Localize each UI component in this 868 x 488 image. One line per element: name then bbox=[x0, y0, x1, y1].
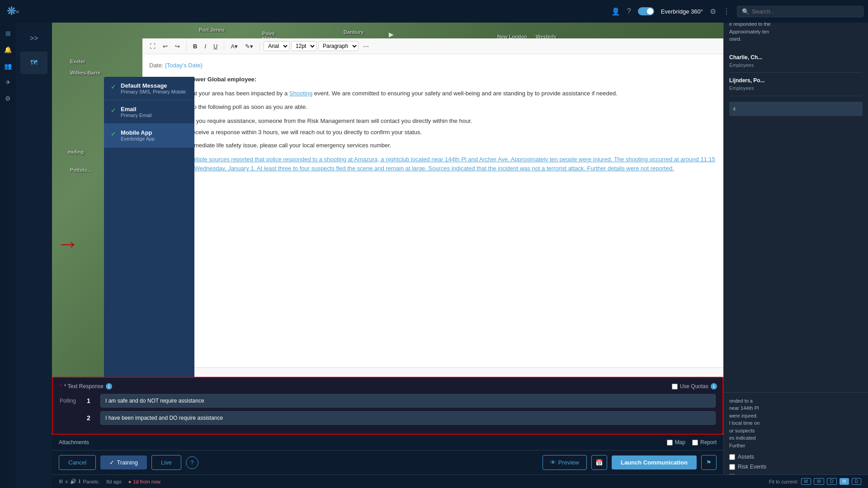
sidebar-item-contacts[interactable]: 👥 bbox=[2, 60, 14, 72]
panels-icons: ⊞ ≡ 🔊 ℹ Panels: bbox=[59, 479, 99, 484]
underline-button[interactable]: U bbox=[211, 42, 220, 51]
assets-checkbox[interactable] bbox=[729, 454, 735, 460]
toolbar-divider bbox=[224, 42, 224, 51]
live-button[interactable]: Live bbox=[151, 455, 181, 470]
polling-info-icon: i bbox=[106, 383, 112, 389]
attach-right: Map Report bbox=[667, 439, 717, 446]
fullscreen-button[interactable]: ⛶ bbox=[147, 42, 158, 51]
redo-button[interactable]: ↪ bbox=[172, 42, 183, 51]
polling-input-2[interactable] bbox=[100, 411, 716, 425]
panels-audio-icon[interactable]: 🔊 bbox=[70, 479, 76, 484]
bottom-bar: Cancel ✓ Training Live ? 👁 Preview 📅 Lau… bbox=[52, 450, 723, 474]
report-checkbox-row[interactable]: Report bbox=[692, 439, 717, 446]
font-color-button[interactable]: A▾ bbox=[228, 42, 241, 51]
use-quotas[interactable]: Use Quotas i bbox=[672, 383, 717, 389]
contact-role: Employees bbox=[729, 61, 863, 69]
sidebar-item-grid[interactable]: ⊞ bbox=[2, 27, 14, 40]
flag-button[interactable]: ⚑ bbox=[701, 455, 717, 470]
char-count: 1080 Characters bbox=[142, 367, 723, 377]
search-bar[interactable]: 🔍 bbox=[737, 6, 863, 17]
channel-check-icon: ✓ bbox=[111, 130, 116, 137]
everbridge-toggle[interactable] bbox=[638, 7, 654, 15]
calendar-button[interactable]: 📅 bbox=[591, 455, 607, 470]
sidebar-item-settings[interactable]: ⚙ bbox=[2, 92, 14, 105]
polling-label: Polling bbox=[60, 398, 82, 404]
panel-body-text: e responded to theApproximately tenosed. bbox=[729, 20, 863, 43]
right-panel: 3 of 17 ▼ Log 15h ago e responded to the… bbox=[723, 0, 868, 488]
channel-title: Mobile App bbox=[121, 129, 155, 136]
number-indicator: 4 bbox=[729, 102, 863, 117]
more-icon[interactable]: ⋮ bbox=[723, 7, 730, 16]
polling-input-1[interactable] bbox=[100, 394, 716, 408]
editor-prompt: Please respond to the following poll as … bbox=[149, 103, 717, 112]
assets-label: Assets bbox=[738, 454, 754, 460]
user-icon[interactable]: 👤 bbox=[611, 7, 620, 16]
attachments-label: Attachments bbox=[59, 439, 89, 446]
map-checkbox-row[interactable]: Map bbox=[667, 439, 685, 446]
training-button[interactable]: ✓ Training bbox=[100, 455, 146, 469]
channel-check-icon: ✓ bbox=[111, 83, 116, 90]
alert-indicator: ● 1d from now bbox=[128, 479, 160, 484]
editor-alert: Alert Details: Multiple sources reported… bbox=[149, 155, 717, 174]
nav-btn-map[interactable]: 🗺 bbox=[20, 52, 47, 74]
fit-week-button[interactable]: W bbox=[814, 478, 824, 485]
checkbox-assets[interactable]: Assets bbox=[729, 454, 863, 460]
contact-role: Employees bbox=[729, 84, 863, 92]
highlight-button[interactable]: ✎▾ bbox=[242, 42, 256, 51]
map-checkbox[interactable] bbox=[667, 440, 673, 446]
help-button[interactable]: ? bbox=[186, 456, 198, 469]
collapse-icon[interactable]: « bbox=[16, 8, 19, 15]
preview-button[interactable]: 👁 Preview bbox=[542, 455, 587, 470]
channel-mobile-app[interactable]: ✓ Mobile App Everbridge App bbox=[104, 124, 194, 147]
channel-email[interactable]: ✓ Email Primary Email bbox=[104, 100, 194, 124]
bold-button[interactable]: B bbox=[190, 42, 200, 51]
arrow-pointer: → bbox=[57, 230, 79, 257]
panels-info-icon[interactable]: ℹ bbox=[79, 479, 80, 484]
map-video-icon[interactable]: ▶ bbox=[389, 31, 394, 38]
panels-grid-icon[interactable]: ⊞ bbox=[59, 479, 63, 484]
editor-list-item: If we do not receive a response within 3… bbox=[158, 128, 717, 137]
everbridge-badge: Everbridge 360° bbox=[661, 8, 703, 15]
use-quotas-checkbox[interactable] bbox=[672, 384, 678, 389]
contact-name: Charlie, Ch... bbox=[729, 53, 863, 61]
report-checkbox[interactable] bbox=[692, 440, 698, 446]
polling-section: * * Text Response i Use Quotas i Polling… bbox=[52, 377, 723, 435]
nav-btn-expand[interactable]: >> bbox=[20, 27, 47, 50]
contact-item[interactable]: Lijnders, Po... Employees bbox=[729, 73, 863, 96]
app-logo[interactable]: ❊ bbox=[7, 5, 16, 18]
editor-toolbar: ⛶ ↩ ↪ B I U A▾ ✎▾ Arial 12pt Paragraph bbox=[142, 38, 723, 54]
settings-icon[interactable]: ⚙ bbox=[710, 7, 716, 16]
help-icon[interactable]: ? bbox=[627, 7, 631, 15]
event-type-link[interactable]: Shooting bbox=[289, 90, 312, 97]
fit-month-button[interactable]: M bbox=[801, 478, 811, 485]
channel-default-message[interactable]: ✓ Default Message Primary SMS, Primary M… bbox=[104, 77, 194, 100]
undo-button[interactable]: ↩ bbox=[160, 42, 170, 51]
top-bar: ❊ « 👤 ? Everbridge 360° ⚙ ⋮ 🔍 bbox=[0, 0, 868, 23]
panels-list-icon[interactable]: ≡ bbox=[65, 479, 68, 484]
paragraph-select[interactable]: Paragraph bbox=[318, 41, 359, 51]
more-toolbar-button[interactable]: ⋯ bbox=[360, 42, 372, 51]
sidebar-item-travel[interactable]: ✈ bbox=[2, 76, 14, 89]
contact-item[interactable]: Charlie, Ch... Employees bbox=[729, 50, 863, 73]
sidebar-item-alerts[interactable]: 🔔 bbox=[2, 43, 14, 56]
comm-modal-wrapper: ✓ Default Message Primary SMS, Primary M… bbox=[52, 38, 723, 474]
search-input[interactable] bbox=[752, 8, 859, 15]
font-family-select[interactable]: Arial bbox=[264, 41, 289, 51]
fit-day2-button[interactable]: D bbox=[852, 478, 861, 485]
fit-day-button[interactable]: D bbox=[827, 478, 836, 485]
left-sidebar: ⊞ 🔔 👥 ✈ ⚙ bbox=[0, 23, 16, 488]
right-panel-secondary: onded to anear 144th Plwere injured.l lo… bbox=[724, 392, 868, 488]
launch-button[interactable]: Launch Communication bbox=[612, 455, 697, 469]
toolbar-divider bbox=[259, 42, 260, 51]
italic-button[interactable]: I bbox=[202, 42, 209, 51]
checkbox-risk-events[interactable]: Risk Events bbox=[729, 464, 863, 470]
date-tag: {Today's Date} bbox=[165, 62, 203, 69]
fit-hour-button[interactable]: H bbox=[840, 478, 849, 485]
risk-events-checkbox[interactable] bbox=[729, 464, 735, 470]
attachments-row: Attachments Map Report bbox=[52, 435, 723, 450]
font-size-select[interactable]: 12pt bbox=[291, 41, 316, 51]
contacts-list: Charlie, Ch... Employees Lijnders, Po...… bbox=[729, 50, 863, 96]
cancel-button[interactable]: Cancel bbox=[59, 455, 96, 470]
search-icon: 🔍 bbox=[742, 8, 749, 15]
polling-row-1: Polling 1 bbox=[60, 394, 716, 408]
